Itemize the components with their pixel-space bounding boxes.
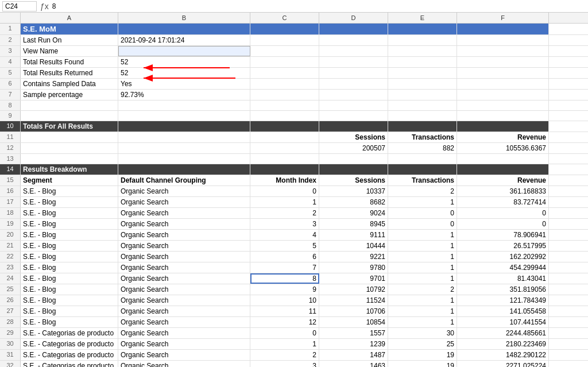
col-header-e[interactable]: E — [388, 13, 457, 23]
cell-channel[interactable]: Organic Search — [118, 273, 250, 284]
cell-channel[interactable]: Organic Search — [118, 241, 250, 251]
cell-month[interactable]: 0 — [250, 186, 319, 196]
cell-sessions[interactable]: 8945 — [319, 219, 388, 229]
cell-channel[interactable]: Organic Search — [118, 284, 250, 295]
cell-sessions[interactable]: 10444 — [319, 241, 388, 251]
cell-transactions[interactable]: 1 — [388, 197, 457, 207]
cell-channel[interactable]: Organic Search — [118, 306, 250, 316]
cell-segment[interactable]: S.E. - Categorias de producto — [21, 339, 118, 349]
cell-sessions[interactable]: 1463 — [319, 361, 388, 367]
cell-transactions[interactable]: 1 — [388, 230, 457, 240]
cell-channel[interactable]: Organic Search — [118, 350, 250, 360]
cell-segment[interactable]: S.E. - Blog — [21, 262, 118, 273]
cell-transactions[interactable]: 2 — [388, 186, 457, 196]
cell-sessions[interactable]: 9221 — [319, 252, 388, 262]
cell-month[interactable]: 9 — [250, 284, 319, 295]
cell-segment[interactable]: S.E. - Blog — [21, 252, 118, 262]
cell-segment[interactable]: S.E. - Blog — [21, 241, 118, 251]
cell-channel[interactable]: Organic Search — [118, 230, 250, 240]
cell-month[interactable]: 4 — [250, 230, 319, 240]
cell-transactions[interactable]: 1 — [388, 295, 457, 306]
cell-revenue[interactable]: 2244.485661 — [457, 328, 549, 338]
cell-revenue[interactable]: 141.055458 — [457, 306, 549, 316]
view-name-value[interactable] — [118, 46, 250, 56]
cell-reference[interactable] — [2, 1, 37, 11]
cell-channel[interactable]: Organic Search — [118, 295, 250, 306]
cell-revenue[interactable]: 454.299944 — [457, 262, 549, 273]
cell-transactions[interactable]: 2 — [388, 284, 457, 295]
cell-sessions[interactable]: 1239 — [319, 339, 388, 349]
cell-channel[interactable]: Organic Search — [118, 361, 250, 367]
cell-transactions[interactable]: 1 — [388, 262, 457, 273]
cell-sessions[interactable]: 8682 — [319, 197, 388, 207]
cell-month[interactable]: 1 — [250, 197, 319, 207]
cell-sessions[interactable]: 9701 — [319, 273, 388, 284]
cell-revenue[interactable]: 162.202992 — [457, 252, 549, 262]
cell-sessions[interactable]: 9780 — [319, 262, 388, 273]
cell-transactions[interactable]: 30 — [388, 328, 457, 338]
cell-transactions[interactable]: 1 — [388, 317, 457, 327]
cell-channel[interactable]: Organic Search — [118, 317, 250, 327]
cell-revenue[interactable]: 0 — [457, 208, 549, 218]
cell-transactions[interactable]: 0 — [388, 208, 457, 218]
col-header-f[interactable]: F — [457, 13, 549, 23]
cell-channel[interactable]: Organic Search — [118, 186, 250, 196]
col-header-b[interactable]: B — [118, 13, 250, 23]
cell-month[interactable]: 11 — [250, 306, 319, 316]
cell-segment[interactable]: S.E. - Blog — [21, 295, 118, 306]
title-cell[interactable]: S.E. MoM — [21, 24, 118, 34]
cell-transactions[interactable]: 1 — [388, 273, 457, 284]
cell-sessions[interactable]: 1487 — [319, 350, 388, 360]
cell-transactions[interactable]: 1 — [388, 306, 457, 316]
cell-month[interactable]: 0 — [250, 328, 319, 338]
cell-month[interactable]: 3 — [250, 219, 319, 229]
cell-sessions[interactable]: 10792 — [319, 284, 388, 295]
col-header-c[interactable]: C — [250, 13, 319, 23]
cell-segment[interactable]: S.E. - Categorias de producto — [21, 361, 118, 367]
cell-month[interactable]: 10 — [250, 295, 319, 306]
cell-month[interactable]: 12 — [250, 317, 319, 327]
cell-sessions[interactable]: 10706 — [319, 306, 388, 316]
cell-month[interactable]: 5 — [250, 241, 319, 251]
cell-segment[interactable]: S.E. - Blog — [21, 219, 118, 229]
cell-revenue[interactable]: 78.906941 — [457, 230, 549, 240]
cell-revenue[interactable]: 121.784349 — [457, 295, 549, 306]
formula-input[interactable] — [52, 2, 586, 10]
cell-segment[interactable]: S.E. - Blog — [21, 230, 118, 240]
cell-segment[interactable]: S.E. - Blog — [21, 186, 118, 196]
cell-revenue[interactable]: 81.43041 — [457, 273, 549, 284]
cell-revenue[interactable]: 26.517995 — [457, 241, 549, 251]
cell-segment[interactable]: S.E. - Blog — [21, 208, 118, 218]
cell-month[interactable]: 3 — [250, 361, 319, 367]
cell-month[interactable]: 8 — [250, 273, 319, 284]
cell-month[interactable]: 6 — [250, 252, 319, 262]
cell-transactions[interactable]: 25 — [388, 339, 457, 349]
cell-segment[interactable]: S.E. - Blog — [21, 273, 118, 284]
cell-sessions[interactable]: 10854 — [319, 317, 388, 327]
col-header-a[interactable]: A — [21, 13, 118, 23]
cell-sessions[interactable]: 1557 — [319, 328, 388, 338]
cell-segment[interactable]: S.E. - Blog — [21, 284, 118, 295]
cell-channel[interactable]: Organic Search — [118, 252, 250, 262]
cell-segment[interactable]: S.E. - Categorias de producto — [21, 350, 118, 360]
cell-transactions[interactable]: 0 — [388, 219, 457, 229]
cell-revenue[interactable]: 107.441554 — [457, 317, 549, 327]
cell-revenue[interactable]: 351.819056 — [457, 284, 549, 295]
cell-revenue[interactable]: 83.727414 — [457, 197, 549, 207]
cell-sessions[interactable]: 9111 — [319, 230, 388, 240]
cell-revenue[interactable]: 2271.025224 — [457, 361, 549, 367]
cell-segment[interactable]: S.E. - Categorias de producto — [21, 328, 118, 338]
cell-transactions[interactable]: 19 — [388, 361, 457, 367]
cell-sessions[interactable]: 9024 — [319, 208, 388, 218]
cell-segment[interactable]: S.E. - Blog — [21, 306, 118, 316]
cell-month[interactable]: 2 — [250, 208, 319, 218]
cell-month[interactable]: 2 — [250, 350, 319, 360]
cell-channel[interactable]: Organic Search — [118, 339, 250, 349]
cell-channel[interactable]: Organic Search — [118, 197, 250, 207]
cell-revenue[interactable]: 361.168833 — [457, 186, 549, 196]
cell-segment[interactable]: S.E. - Blog — [21, 197, 118, 207]
cell-channel[interactable]: Organic Search — [118, 208, 250, 218]
cell-sessions[interactable]: 11524 — [319, 295, 388, 306]
cell-channel[interactable]: Organic Search — [118, 262, 250, 273]
cell-month[interactable]: 7 — [250, 262, 319, 273]
